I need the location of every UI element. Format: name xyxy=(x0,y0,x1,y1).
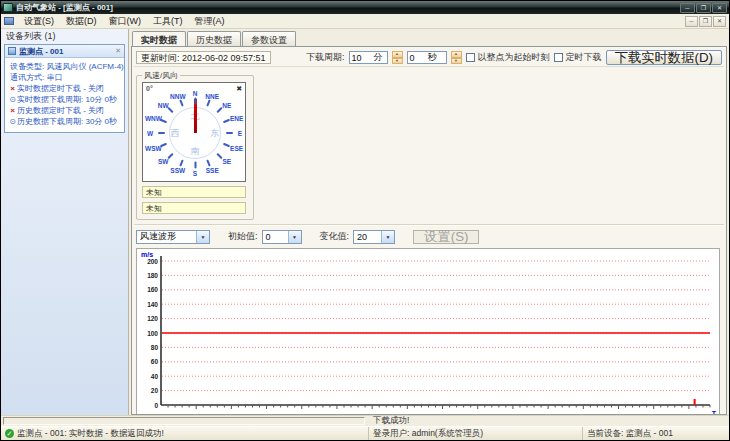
align-checkbox[interactable] xyxy=(466,53,475,62)
chevron-down-icon[interactable]: ▼ xyxy=(196,231,209,243)
compass-direction-W: W xyxy=(147,130,153,137)
change-value: 20 xyxy=(354,232,381,242)
device-panel-header[interactable]: 监测点 - 001 ✕ xyxy=(5,45,124,58)
compass-direction-E: E xyxy=(238,130,242,137)
main-panel: 实时数据历史数据参数设置 更新时间: 2012-06-02 09:57:51 下… xyxy=(129,29,729,415)
wind-direction-field[interactable]: 未知 xyxy=(142,202,246,214)
mdi-controls: ─ ❐ ✕ xyxy=(684,16,726,27)
svg-text:120: 120 xyxy=(147,315,158,322)
change-value-label: 变化值: xyxy=(320,230,350,243)
chevron-down-icon[interactable]: ▼ xyxy=(288,231,301,243)
seconds-stepper[interactable]: ▲ ▼ xyxy=(451,51,462,64)
compass-tick xyxy=(194,98,196,105)
disabled-x-icon: × xyxy=(8,84,17,93)
menu-item[interactable]: 数据(D) xyxy=(60,14,103,29)
content-area: 设备列表 (1) 监测点 - 001 ✕ 设备类型: 风速风向仪 (ACFM-4… xyxy=(1,29,729,415)
timer-checkbox[interactable] xyxy=(554,53,563,62)
device-info-text: 历史数据定时下载 - 关闭 xyxy=(17,105,104,116)
clock-icon: ⊙ xyxy=(8,117,17,126)
menu-item[interactable]: 管理(A) xyxy=(189,14,231,29)
compass-tick xyxy=(194,162,196,169)
pin-icon[interactable]: ✕ xyxy=(115,47,121,55)
device-info-line: 设备类型: 风速风向仪 (ACFM-4) xyxy=(8,61,122,72)
mdi-close-icon[interactable]: ✕ xyxy=(713,16,726,27)
tab-bar: 实时数据历史数据参数设置 xyxy=(131,31,727,46)
compass-direction-NNW: NNW xyxy=(170,93,186,100)
mdi-minimize-icon[interactable]: ─ xyxy=(685,16,698,27)
section-divider xyxy=(134,224,724,226)
status-bar: ✓ 监测点 - 001: 实时数据 - 数据返回成功! 登录用户: admin(… xyxy=(1,426,729,440)
compass-cn-south: 南 xyxy=(191,145,200,158)
menu-item[interactable]: 工具(T) xyxy=(147,14,189,29)
device-icon xyxy=(8,47,16,55)
clock-icon: ⊙ xyxy=(8,95,17,104)
maximize-icon[interactable]: ❐ xyxy=(696,3,711,13)
wind-group-title: 风速/风向 xyxy=(142,70,180,81)
period-label: 下载周期: xyxy=(306,51,345,64)
waveform-select[interactable]: 风速波形 ▼ xyxy=(136,230,210,244)
compass-tick xyxy=(206,100,211,107)
svg-text:20: 20 xyxy=(151,387,159,394)
device-info-text: 实时数据定时下载 - 关闭 xyxy=(17,83,104,94)
tab-参数设置[interactable]: 参数设置 xyxy=(242,31,296,46)
menu-items: 设置(S)数据(D)窗口(W)工具(T)管理(A) xyxy=(18,14,231,29)
compass-direction-ENE: ENE xyxy=(230,114,243,121)
seconds-value[interactable]: 0 xyxy=(408,53,428,63)
close-icon[interactable]: ✕ xyxy=(712,3,727,13)
compass-tick xyxy=(180,159,185,166)
compass-direction-NE: NE xyxy=(222,101,231,108)
compass-tick xyxy=(160,143,167,148)
timer-checkbox-wrap: 定时下载 xyxy=(554,51,602,64)
chevron-down-icon[interactable]: ▼ xyxy=(381,231,394,243)
chart-canvas: 020406080100120140160180200m/sT xyxy=(137,249,720,415)
align-checkbox-wrap: 以整点为起始时刻 xyxy=(466,51,550,64)
seconds-unit: 秒 xyxy=(428,51,441,64)
minutes-field[interactable]: 10 分 xyxy=(349,51,388,64)
svg-text:40: 40 xyxy=(151,373,159,380)
settings-button[interactable]: 设置(S) xyxy=(413,230,479,244)
app-window: 自动气象站 - [监测点 - 001] ─ ❐ ✕ 设置(S)数据(D)窗口(W… xyxy=(0,0,730,441)
disabled-x-icon: × xyxy=(8,106,17,115)
toolbar-row: 更新时间: 2012-06-02 09:57:51 下载周期: 10 分 ▲ ▼… xyxy=(134,49,724,67)
wind-compass: 0° ✖ 北 南 东 西 NNNENEENEEESESESSESSSWSWWSW… xyxy=(142,82,246,182)
compass-tick xyxy=(216,107,222,113)
seconds-field[interactable]: 0 秒 xyxy=(407,51,447,64)
minutes-stepper[interactable]: ▲ ▼ xyxy=(392,51,403,64)
align-checkbox-label[interactable]: 以整点为起始时刻 xyxy=(478,51,550,64)
update-time: 更新时间: 2012-06-02 09:57:51 xyxy=(136,51,271,64)
compass-direction-SSE: SSE xyxy=(206,166,219,173)
compass-direction-SSW: SSW xyxy=(170,166,185,173)
compass-tick xyxy=(223,143,230,148)
wind-speed-field[interactable]: 未知 xyxy=(142,186,246,198)
menu-item[interactable]: 窗口(W) xyxy=(103,14,148,29)
compass-direction-NNE: NNE xyxy=(205,93,219,100)
svg-text:60: 60 xyxy=(151,358,159,365)
timer-checkbox-label[interactable]: 定时下载 xyxy=(566,51,602,64)
compass-direction-SW: SW xyxy=(158,158,168,165)
device-info-line: 通讯方式: 串口 xyxy=(8,72,122,83)
spin-down-icon[interactable]: ▼ xyxy=(392,58,403,65)
device-info-text: 通讯方式: 串口 xyxy=(10,72,62,83)
wind-degree-label: 0° xyxy=(146,85,153,92)
tab-历史数据[interactable]: 历史数据 xyxy=(187,31,241,46)
minimize-icon[interactable]: ─ xyxy=(680,3,695,13)
initial-value-select[interactable]: 0 ▼ xyxy=(262,230,302,244)
compass-direction-N: N xyxy=(193,90,198,97)
change-value-select[interactable]: 20 ▼ xyxy=(353,230,395,244)
status-segment-user: 登录用户: admin(系统管理员) xyxy=(369,427,583,440)
minutes-value[interactable]: 10 xyxy=(350,53,374,63)
menu-item[interactable]: 设置(S) xyxy=(18,14,60,29)
svg-text:m/s: m/s xyxy=(141,251,153,258)
compass-tick xyxy=(160,118,167,123)
svg-text:100: 100 xyxy=(147,330,158,337)
device-panel[interactable]: 监测点 - 001 ✕ 设备类型: 风速风向仪 (ACFM-4)通讯方式: 串口… xyxy=(4,44,125,133)
download-realtime-button[interactable]: 下载实时数据(D) xyxy=(606,50,722,65)
mdi-restore-icon[interactable]: ❐ xyxy=(699,16,712,27)
spin-down-icon[interactable]: ▼ xyxy=(451,58,462,65)
tab-实时数据[interactable]: 实时数据 xyxy=(132,31,186,46)
svg-text:160: 160 xyxy=(147,286,158,293)
compass-cn-west: 西 xyxy=(171,127,180,140)
compass-tick xyxy=(206,159,211,166)
status-segment-device: 当前设备: 监测点 - 001 xyxy=(583,427,729,440)
device-info-text: 设备类型: 风速风向仪 (ACFM-4) xyxy=(10,61,124,72)
